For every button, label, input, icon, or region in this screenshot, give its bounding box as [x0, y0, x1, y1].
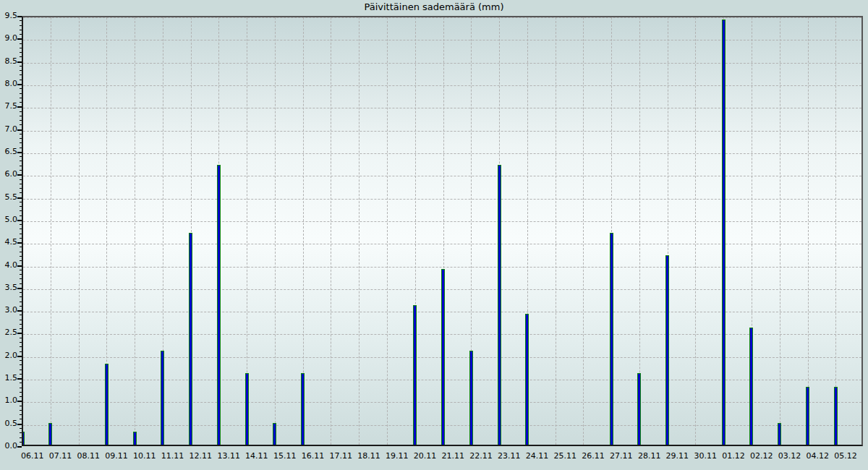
y-tick-minor	[20, 102, 22, 103]
y-tick-minor	[20, 388, 22, 388]
bar-24.11	[525, 314, 529, 445]
bar-05.12	[834, 387, 838, 445]
y-tick-minor	[20, 428, 22, 429]
y-tick-major	[17, 16, 22, 17]
gridline-y	[23, 40, 861, 40]
y-tick-minor	[20, 406, 22, 406]
y-tick-minor	[20, 34, 22, 35]
gridline-y	[23, 153, 861, 154]
y-tick-minor	[20, 52, 22, 53]
y-tick-minor	[20, 142, 22, 143]
x-tick-label: 06.11	[21, 451, 44, 461]
y-tick-major	[17, 38, 22, 40]
x-tick-label: 12.11	[190, 451, 213, 461]
x-tick-label: 18.11	[357, 451, 380, 461]
y-tick-label: 6.0	[0, 170, 17, 179]
y-tick-major	[17, 84, 22, 85]
y-tick-label: 4.0	[0, 261, 17, 270]
bar-27.11	[610, 233, 613, 445]
y-tick-minor	[20, 98, 22, 98]
y-tick-minor	[20, 138, 22, 139]
y-tick-label: 1.0	[0, 396, 17, 405]
gridline-y	[23, 199, 861, 200]
y-tick-minor	[20, 192, 22, 193]
y-tick-minor	[20, 364, 22, 365]
y-tick-minor	[20, 396, 22, 397]
y-tick-label: 0.5	[0, 419, 17, 428]
y-tick-major	[17, 220, 22, 221]
y-tick-minor	[20, 25, 22, 26]
x-tick-label: 08.11	[77, 451, 101, 461]
gridline-y	[23, 267, 861, 268]
gridline-y	[23, 85, 861, 86]
y-tick-minor	[20, 80, 22, 80]
gridline-x	[695, 17, 696, 445]
y-tick-minor	[20, 202, 22, 202]
y-tick-minor	[20, 383, 22, 383]
x-tick-label: 29.11	[666, 451, 689, 461]
x-tick-label: 07.11	[49, 451, 72, 461]
gridline-x	[359, 17, 359, 445]
gridline-x	[275, 17, 276, 445]
y-tick-label: 2.5	[0, 328, 17, 337]
bar-22.11	[469, 351, 473, 445]
rain-chart-figure: Päivittäinen sademäärä (mm) 0.00.51.01.5…	[0, 0, 868, 470]
bar-12.11	[189, 233, 192, 445]
x-tick-label: 22.11	[469, 451, 493, 461]
y-tick-major	[17, 333, 22, 334]
y-tick-major	[17, 446, 22, 448]
y-tick-label: 6.5	[0, 148, 17, 156]
y-tick-minor	[20, 324, 22, 325]
bar-02.12	[749, 328, 753, 445]
gridline-x	[135, 17, 135, 445]
chart-title: Päivittäinen sademäärä (mm)	[22, 1, 846, 12]
y-tick-minor	[20, 111, 22, 112]
gridline-x	[556, 17, 556, 445]
x-tick-label: 04.12	[807, 451, 830, 461]
y-tick-minor	[20, 74, 22, 75]
y-tick-label: 7.0	[0, 125, 17, 134]
x-tick-label: 13.11	[217, 451, 240, 461]
y-tick-minor	[20, 270, 22, 270]
y-tick-major	[17, 356, 22, 357]
x-tick-label: 26.11	[582, 451, 605, 461]
y-tick-minor	[20, 283, 22, 284]
y-tick-minor	[20, 296, 22, 297]
x-tick-label: 30.11	[694, 451, 717, 461]
gridline-x	[331, 17, 331, 445]
y-tick-minor	[20, 346, 22, 347]
y-tick-minor	[20, 43, 22, 44]
y-tick-major	[17, 152, 22, 153]
y-tick-label: 7.5	[0, 102, 17, 111]
y-tick-minor	[20, 252, 22, 252]
y-tick-minor	[20, 88, 22, 89]
gridline-x	[583, 17, 584, 445]
y-tick-minor	[20, 360, 22, 361]
y-tick-minor	[20, 432, 22, 433]
y-tick-minor	[20, 234, 22, 234]
y-tick-minor	[20, 374, 22, 375]
bar-11.11	[161, 351, 164, 445]
y-tick-minor	[20, 48, 22, 48]
y-tick-minor	[20, 410, 22, 411]
y-tick-label: 5.0	[0, 215, 17, 224]
gridline-y	[23, 176, 861, 176]
y-tick-label: 9.0	[0, 34, 17, 43]
bar-09.11	[105, 364, 109, 445]
gridline-x	[808, 17, 809, 445]
y-tick-label: 1.5	[0, 374, 17, 383]
y-tick-minor	[20, 156, 22, 157]
y-tick-major	[17, 265, 22, 267]
x-tick-label: 14.11	[245, 451, 268, 461]
y-tick-label: 8.0	[0, 80, 17, 88]
y-tick-major	[17, 288, 22, 289]
y-tick-major	[17, 129, 22, 131]
y-tick-label: 3.0	[0, 306, 17, 315]
bar-15.11	[273, 423, 276, 445]
y-tick-label: 4.5	[0, 238, 17, 247]
y-tick-minor	[20, 134, 22, 134]
y-tick-minor	[20, 419, 22, 419]
bar-14.11	[245, 373, 249, 445]
y-tick-label: 9.5	[0, 12, 17, 20]
y-tick-minor	[20, 342, 22, 343]
